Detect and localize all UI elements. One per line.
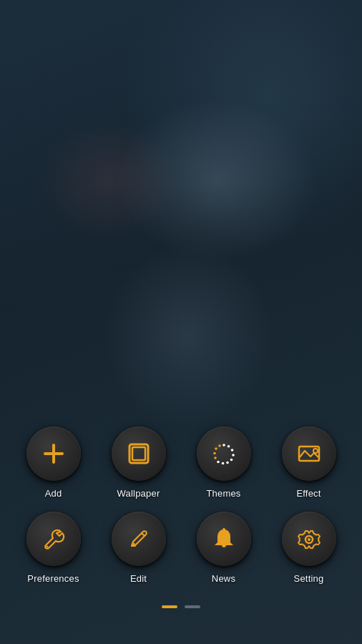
pagination-dot-1[interactable] — [162, 605, 177, 608]
frame-icon — [126, 441, 152, 467]
svg-point-13 — [214, 457, 217, 459]
svg-point-8 — [232, 454, 235, 457]
svg-rect-3 — [132, 447, 145, 460]
pencil-icon — [126, 526, 152, 552]
svg-point-5 — [222, 444, 225, 447]
edit-icon-circle — [112, 512, 166, 566]
preferences-icon-circle — [26, 512, 81, 566]
themes-icon-circle — [197, 426, 251, 481]
setting-button[interactable]: Setting — [270, 512, 348, 584]
svg-point-11 — [221, 462, 224, 465]
svg-point-18 — [313, 449, 318, 453]
effect-icon-circle — [282, 426, 336, 481]
add-button[interactable]: Add — [14, 426, 92, 499]
plus-icon — [41, 441, 67, 467]
preferences-label: Preferences — [27, 573, 79, 584]
wallpaper-label: Wallpaper — [117, 488, 160, 499]
bell-icon — [211, 526, 237, 552]
add-icon-circle — [26, 426, 81, 481]
svg-point-23 — [222, 528, 225, 531]
image-icon — [296, 441, 322, 467]
gear-icon — [296, 526, 322, 552]
wallpaper-button[interactable]: Wallpaper — [99, 426, 177, 499]
setting-icon-circle — [282, 512, 336, 566]
svg-point-12 — [217, 461, 220, 464]
main-content: Add Wallpaper — [0, 0, 362, 644]
dial-icon — [211, 441, 237, 467]
news-icon-circle — [197, 512, 251, 566]
svg-point-16 — [218, 444, 221, 447]
icon-grid: Add Wallpaper — [0, 426, 362, 584]
pagination-dots — [162, 605, 200, 608]
preferences-button[interactable]: Preferences — [14, 512, 92, 584]
effect-label: Effect — [296, 488, 321, 499]
effect-button[interactable]: Effect — [270, 426, 348, 499]
svg-line-20 — [142, 533, 145, 536]
svg-point-9 — [230, 459, 233, 462]
svg-point-6 — [227, 445, 230, 448]
svg-point-7 — [230, 449, 233, 452]
pagination-dot-2[interactable] — [185, 605, 200, 608]
setting-label: Setting — [294, 573, 324, 584]
svg-point-14 — [213, 452, 216, 455]
wallpaper-icon-circle — [112, 426, 166, 481]
news-button[interactable]: News — [185, 512, 263, 584]
svg-point-15 — [215, 447, 217, 450]
svg-point-10 — [226, 462, 229, 464]
svg-point-19 — [46, 546, 48, 548]
wrench-icon — [41, 526, 67, 552]
themes-label: Themes — [206, 488, 240, 499]
add-label: Add — [45, 488, 62, 499]
svg-point-25 — [308, 538, 310, 541]
edit-label: Edit — [130, 573, 147, 584]
themes-button[interactable]: Themes — [185, 426, 263, 499]
edit-button[interactable]: Edit — [99, 512, 177, 584]
news-label: News — [212, 573, 235, 584]
